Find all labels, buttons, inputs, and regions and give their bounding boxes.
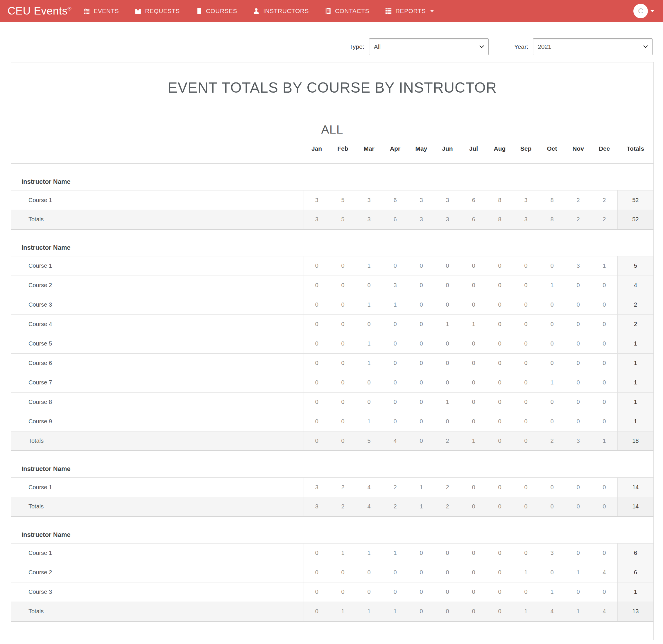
month-value: 1 (356, 543, 382, 563)
month-value: 0 (461, 478, 487, 497)
month-value: 8 (539, 210, 565, 229)
year-select[interactable]: 2021 (533, 38, 653, 55)
month-value: 8 (487, 210, 513, 229)
month-value: 0 (304, 373, 330, 392)
month-value: 0 (461, 497, 487, 516)
nav-item-instructors[interactable]: INSTRUCTORS (253, 7, 309, 15)
month-header: Sep (513, 138, 539, 163)
row-total: 13 (617, 602, 654, 621)
month-value: 0 (565, 412, 591, 431)
month-header: Jun (434, 138, 461, 163)
month-value: 1 (591, 256, 617, 276)
month-value: 0 (304, 315, 330, 334)
chevron-down-icon (643, 45, 648, 48)
row-label: Course 1 (11, 256, 304, 276)
month-value: 0 (356, 373, 382, 392)
brand-logo[interactable]: CEU Events® (7, 5, 71, 17)
month-value: 0 (408, 431, 434, 451)
nav-item-label: INSTRUCTORS (263, 7, 309, 15)
month-value: 0 (304, 431, 330, 451)
month-value: 0 (408, 315, 434, 334)
month-header: Jul (461, 138, 487, 163)
main-nav: EVENTSREQUESTSCOURSESINSTRUCTORSCONTACTS… (83, 7, 633, 15)
month-value: 1 (356, 602, 382, 621)
row-total: 6 (617, 543, 654, 563)
month-value: 1 (513, 602, 539, 621)
month-value: 0 (434, 563, 461, 582)
instructor-header-row: Instructor Name (11, 177, 654, 190)
instructor-name: Instructor Name (11, 243, 654, 256)
month-value: 0 (382, 582, 408, 602)
month-value: 2 (591, 190, 617, 210)
report-body: Instructor NameCourse 135363368382252Tot… (11, 163, 654, 630)
month-value: 0 (487, 563, 513, 582)
course-row: Course 50010000000001 (11, 334, 654, 353)
month-value: 0 (408, 256, 434, 276)
totals-row: Totals00540210023118 (11, 431, 654, 451)
year-label: Year: (514, 43, 528, 50)
row-label: Course 3 (11, 582, 304, 602)
month-value: 5 (330, 190, 356, 210)
month-value: 0 (487, 373, 513, 392)
briefcase-icon (134, 7, 141, 15)
month-value: 0 (408, 295, 434, 315)
month-value: 1 (382, 295, 408, 315)
month-value: 3 (356, 210, 382, 229)
avatar-letter: C (638, 7, 643, 15)
month-value: 0 (461, 256, 487, 276)
month-value: 0 (408, 334, 434, 353)
month-value: 5 (356, 431, 382, 451)
month-value: 0 (408, 582, 434, 602)
row-label: Course 5 (11, 334, 304, 353)
month-value: 0 (513, 315, 539, 334)
month-value: 3 (408, 190, 434, 210)
month-value: 0 (408, 392, 434, 412)
filters-bar: Type: All Year: 2021 (0, 38, 653, 55)
row-total: 1 (617, 373, 654, 392)
month-value: 0 (382, 315, 408, 334)
month-value: 0 (591, 373, 617, 392)
navbar: CEU Events® EVENTSREQUESTSCOURSESINSTRUC… (0, 0, 663, 22)
month-value: 0 (539, 478, 565, 497)
user-menu[interactable]: C (633, 4, 654, 18)
month-value: 0 (434, 295, 461, 315)
month-value: 0 (330, 295, 356, 315)
month-value: 0 (539, 315, 565, 334)
month-value: 0 (434, 582, 461, 602)
nav-item-contacts[interactable]: CONTACTS (325, 7, 369, 15)
month-value: 0 (434, 256, 461, 276)
month-value: 3 (356, 190, 382, 210)
month-value: 0 (304, 412, 330, 431)
nav-item-label: CONTACTS (335, 7, 369, 15)
avatar[interactable]: C (633, 4, 648, 18)
month-value: 1 (408, 478, 434, 497)
row-label: Course 4 (11, 315, 304, 334)
month-value: 0 (513, 412, 539, 431)
month-value: 0 (330, 334, 356, 353)
month-value: 0 (565, 353, 591, 373)
month-value: 4 (591, 602, 617, 621)
month-value: 3 (304, 478, 330, 497)
month-value: 4 (382, 431, 408, 451)
row-total: 1 (617, 334, 654, 353)
month-value: 2 (382, 478, 408, 497)
nav-item-events[interactable]: EVENTS (83, 7, 119, 15)
month-value: 0 (408, 276, 434, 295)
nav-item-reports[interactable]: REPORTS (385, 7, 434, 15)
section-gap (11, 621, 654, 630)
month-value: 3 (382, 276, 408, 295)
row-total: 1 (617, 392, 654, 412)
month-value: 0 (487, 295, 513, 315)
month-value: 1 (382, 602, 408, 621)
nav-item-courses[interactable]: COURSES (196, 7, 237, 15)
nav-item-requests[interactable]: REQUESTS (134, 7, 180, 15)
type-select[interactable]: All (369, 38, 489, 55)
month-value: 0 (591, 353, 617, 373)
month-value: 0 (330, 276, 356, 295)
section-gap (11, 229, 654, 243)
month-value: 0 (356, 276, 382, 295)
month-value: 1 (513, 563, 539, 582)
list-icon (385, 7, 392, 15)
month-value: 0 (330, 256, 356, 276)
row-total: 18 (617, 431, 654, 451)
